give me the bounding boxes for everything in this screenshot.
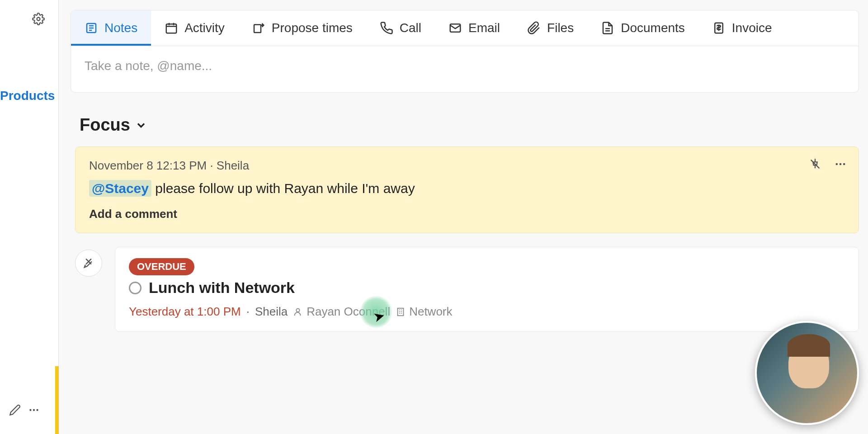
person-icon [293,307,303,317]
task-org[interactable]: Network [396,305,452,319]
document-icon [601,21,614,35]
sidebar-bottom [9,404,40,416]
presenter-avatar [755,321,859,425]
focus-label: Focus [80,115,130,135]
tab-label: Propose times [272,21,353,35]
tab-notes[interactable]: Notes [71,10,151,46]
tab-propose-times[interactable]: Propose times [238,10,366,46]
focus-heading[interactable]: Focus [80,115,859,135]
sidebar-item-products[interactable]: Products [0,89,55,103]
invoice-icon [712,21,726,35]
note-input[interactable]: Take a note, @name... [71,46,859,93]
tab-label: Activity [184,21,225,35]
svg-point-10 [840,163,842,165]
svg-point-9 [836,163,838,165]
note-author: Sheila [217,159,249,172]
calendar-icon [165,21,178,35]
note-meta: November 8 12:13 PM · Sheila [89,159,845,173]
task-card[interactable]: OVERDUE Lunch with Network Yesterday at … [115,247,859,332]
tab-email[interactable]: Email [435,10,514,46]
mention[interactable]: @Stacey [89,180,151,197]
phone-icon [380,21,393,35]
chevron-down-icon [135,119,147,132]
svg-point-2 [33,409,35,411]
tab-call[interactable]: Call [366,10,435,46]
note-timestamp: November 8 12:13 PM [89,159,207,172]
tab-label: Files [547,21,574,35]
svg-rect-6 [254,25,261,33]
tab-documents[interactable]: Documents [587,10,698,46]
tab-label: Invoice [732,21,772,35]
task-org-name: Network [409,305,452,319]
task-row: OVERDUE Lunch with Network Yesterday at … [75,247,859,332]
meta-sep: · [246,305,250,319]
tab-invoice[interactable]: Invoice [698,10,786,46]
note-body: @Stacey please follow up with Rayan whil… [89,181,845,196]
add-comment[interactable]: Add a comment [89,207,845,221]
task-type-lunch-icon[interactable] [75,250,102,277]
svg-rect-5 [166,24,177,33]
meta-sep: · [210,159,216,172]
note-icon [85,21,98,35]
tab-activity[interactable]: Activity [151,10,238,46]
task-meta: Yesterday at 1:00 PM · Sheila Rayan Ocon… [129,305,845,319]
tab-files[interactable]: Files [514,10,587,46]
unpin-icon[interactable] [809,158,821,170]
svg-point-1 [29,409,31,411]
more-icon[interactable] [28,404,40,416]
building-icon [396,307,406,317]
task-person[interactable]: Rayan Oconnell [293,305,390,319]
sidebar-highlight [0,366,59,434]
task-title-row: Lunch with Network [129,279,845,297]
sidebar: Products [0,0,59,434]
overdue-badge: OVERDUE [129,258,194,275]
svg-point-11 [843,163,845,165]
gear-icon[interactable] [32,13,45,25]
tab-label: Call [400,21,421,35]
svg-point-0 [37,18,40,21]
paperclip-icon [527,21,541,35]
task-person-name: Rayan Oconnell [307,305,390,319]
svg-rect-13 [398,308,404,316]
tabs-bar: Notes Activity Propose times Call Email … [71,10,859,46]
task-date: Yesterday at 1:00 PM [129,305,241,319]
pencil-icon[interactable] [9,404,21,416]
tab-label: Email [468,21,500,35]
svg-point-12 [296,308,299,311]
utensils-icon [82,257,95,269]
note-actions [809,158,847,170]
tab-label: Documents [621,21,685,35]
more-icon[interactable] [834,158,847,170]
pinned-note: November 8 12:13 PM · Sheila @Stacey ple… [75,146,859,233]
task-checkbox[interactable] [129,282,142,294]
main-content: Notes Activity Propose times Call Email … [71,10,859,332]
note-text: please follow up with Rayan while I'm aw… [151,181,415,196]
svg-point-3 [36,409,38,411]
task-owner: Sheila [255,305,288,319]
mail-icon [448,21,462,35]
task-title: Lunch with Network [149,279,295,297]
propose-icon [252,21,265,35]
tab-label: Notes [104,21,137,35]
